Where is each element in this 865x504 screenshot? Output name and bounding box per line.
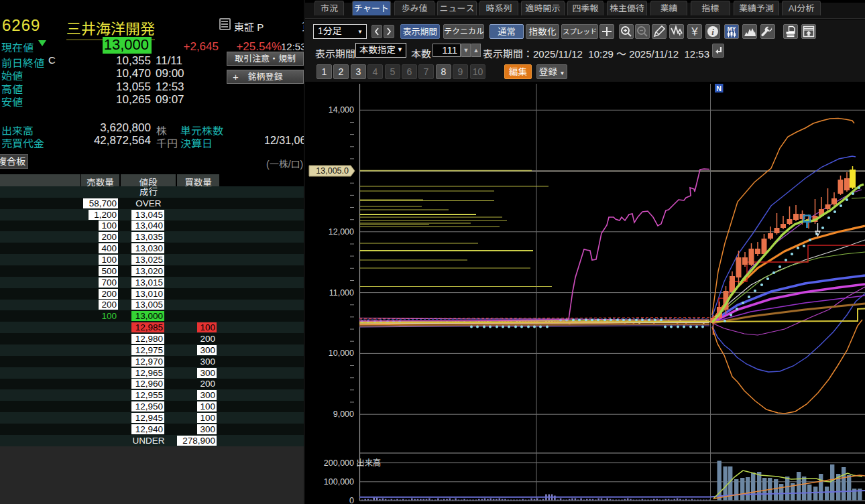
svg-text:14,000: 14,000	[329, 105, 354, 115]
svg-text:10,000: 10,000	[329, 349, 354, 358]
svg-text:MY: MY	[728, 25, 736, 32]
svg-text:出来高: 出来高	[356, 458, 382, 468]
svg-text:9,000: 9,000	[333, 410, 354, 419]
svg-text:N: N	[716, 84, 722, 92]
svg-text:13,005.0: 13,005.0	[316, 166, 349, 176]
svg-text:100,000: 100,000	[324, 477, 354, 487]
svg-text:11,000: 11,000	[329, 288, 354, 298]
svg-text:¥: ¥	[691, 25, 698, 38]
svg-text:12,000: 12,000	[329, 227, 354, 237]
svg-text:0: 0	[349, 496, 354, 504]
svg-text:200,000: 200,000	[324, 458, 354, 468]
svg-text:i: i	[711, 27, 714, 37]
